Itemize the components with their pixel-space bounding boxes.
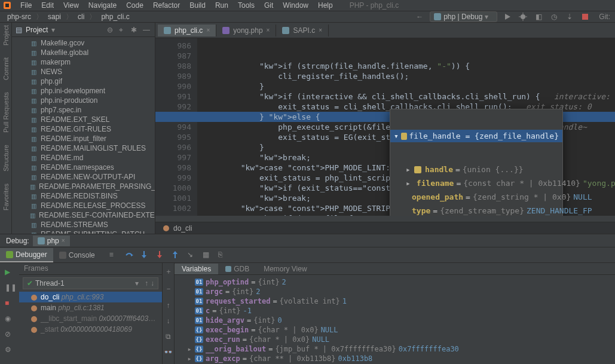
tooltip-header[interactable]: ▾ file_handle = {zend_file_handle} [390, 130, 562, 142]
variables-list[interactable]: 01 php_optind = {int} 201 argc = {int} 2… [175, 275, 615, 364]
tree-item[interactable]: ▥NEWS [30, 67, 155, 77]
back-icon[interactable]: ← [414, 11, 425, 22]
tooltip-field-row[interactable]: ▸filename = {const char * | 0xb11410} "y… [390, 176, 562, 190]
tree-item[interactable]: ▥php.ini-development [30, 86, 155, 96]
view-breakpoints-icon[interactable]: ◉ [5, 314, 14, 324]
crumb-file[interactable]: php_cli.c [99, 12, 131, 22]
tree-item[interactable]: ▥README.MAILINGLIST_RULES [30, 143, 155, 153]
crumb-1[interactable]: sapi [45, 12, 63, 22]
gdb-tab[interactable]: GDB [218, 264, 256, 274]
stack-frame[interactable]: do_cli php_cli.c:993 [19, 292, 162, 302]
tree-item[interactable]: ▥makerpm [30, 57, 155, 67]
editor-body[interactable]: 9869879889899909919929939949959969979989… [155, 38, 615, 216]
run-config-select[interactable]: php | Debug ▾ [430, 11, 497, 22]
tab-php-cli[interactable]: php_cli.c × [158, 25, 216, 36]
force-step-into-icon[interactable] [156, 250, 166, 260]
run-to-cursor-icon[interactable]: ↘ [187, 250, 197, 260]
stop-debug-icon[interactable]: ■ [5, 299, 14, 308]
stack-frame[interactable]: __libc_start_main 0x00007fff6403555 [19, 313, 162, 324]
variable-row[interactable]: 01 request_started = {volatile int} 1 [179, 296, 615, 306]
menu-file[interactable]: File [16, 0, 36, 11]
stack-frame[interactable]: _start 0x0000000000418069 [19, 324, 162, 335]
show-exec-point-icon[interactable]: ≡ [109, 250, 119, 260]
tree-item[interactable]: ▥php.gif [30, 77, 155, 86]
add-watch-icon[interactable]: ＋ [165, 267, 172, 277]
eval-expr-icon[interactable]: ▦ [203, 250, 212, 260]
stack-frame[interactable]: main php_cli.c:1381 [19, 302, 162, 313]
step-into-icon[interactable] [140, 250, 150, 260]
menu-build[interactable]: Build [185, 0, 210, 11]
pause-icon[interactable]: ❚❚ [5, 283, 14, 293]
dbg-settings-icon[interactable]: ⚙ [5, 345, 14, 355]
tree-item[interactable]: ▥README.NEW-OUTPUT-API [30, 172, 155, 182]
code-view[interactable]: "kw">if (strcmp(file_handle.filename, "-… [197, 38, 615, 216]
variable-row[interactable]: 01 php_optind = {int} 2 [179, 277, 615, 287]
tree-item[interactable]: ▥README.GIT-RULES [30, 124, 155, 134]
tooltip-field-row[interactable]: type = {zend_stream_type} ZEND_HANDLE_FP [390, 204, 562, 216]
close-icon[interactable]: × [62, 237, 65, 244]
tree-item[interactable]: ▥README.REDIST.BINS [30, 191, 155, 201]
horiz-scrollbar[interactable] [155, 216, 615, 222]
menu-run[interactable]: Run [210, 0, 233, 11]
tree-item[interactable]: ▥README.PARAMETER_PARSING_API [30, 182, 155, 191]
menu-git[interactable]: Git [259, 0, 278, 11]
tree-item[interactable]: ▥README.RELEASE_PROCESS [30, 201, 155, 210]
variable-row[interactable]: 01 hide_argv = {int} 0 [179, 316, 615, 325]
variable-row[interactable]: ▸{} __orig_bailout = {jmp_buf * | 0x7fff… [179, 344, 615, 354]
tree-item[interactable]: ▥php.ini-production [30, 96, 155, 105]
close-icon[interactable]: × [267, 27, 270, 33]
strip-pull[interactable]: Pull Requests [2, 92, 10, 133]
menu-edit[interactable]: Edit [36, 0, 59, 11]
strip-project[interactable]: Project [2, 25, 10, 45]
step-out-icon[interactable] [172, 250, 181, 260]
glasses-icon[interactable]: 👓 [164, 348, 173, 356]
trace-icon[interactable]: ⎘ [218, 250, 228, 260]
console-subtab[interactable]: Console [53, 249, 101, 262]
variable-row[interactable]: {} exec_run = {char * | 0x0} NULL [179, 335, 615, 344]
project-tree[interactable]: ▥Makefile.gcov▥Makefile.global▥makerpm▥N… [12, 37, 155, 234]
debug-icon[interactable] [518, 11, 528, 22]
copy-watch-icon[interactable]: ⧉ [166, 332, 171, 341]
tooltip-field-row[interactable]: opened_path = {zend_string * | 0x0} NULL [390, 190, 562, 204]
crumb-2[interactable]: cli [75, 12, 87, 22]
locate-icon[interactable]: ⌖ [119, 26, 127, 34]
tree-item[interactable]: ▥README.input_filter [30, 134, 155, 143]
strip-favorites[interactable]: Favorites [2, 183, 10, 210]
run-icon[interactable] [502, 11, 513, 22]
collapse-tree-icon[interactable]: ⊖ [107, 26, 115, 34]
tab-yong[interactable]: yong.php × [216, 25, 276, 36]
tree-item[interactable]: ▥php7.spec.in [30, 105, 155, 115]
tree-item[interactable]: ▥README.SUBMITTING_PATCH [30, 230, 155, 234]
profile-icon[interactable]: ◷ [549, 11, 559, 22]
variables-tab[interactable]: Variables [175, 264, 218, 274]
debug-session-tab[interactable]: php × [33, 235, 70, 246]
remove-watch-icon[interactable]: － [165, 284, 172, 294]
resume-icon[interactable]: ▶ [5, 268, 14, 277]
mute-bp-icon[interactable]: ⊘ [5, 330, 14, 339]
tree-item[interactable]: ▥README.md [30, 153, 155, 163]
tree-item[interactable]: ▥Makefile.gcov [30, 38, 155, 48]
attach-icon[interactable]: ⇣ [564, 11, 575, 22]
settings-icon[interactable]: ✱ [131, 26, 139, 34]
thread-select[interactable]: ✔ Thread-1 ▾ ↑ ↓ [23, 277, 158, 289]
tree-item[interactable]: ▥Makefile.global [30, 48, 155, 57]
menu-window[interactable]: Window [278, 0, 313, 11]
variable-row[interactable]: 01 c = {int} -1 [179, 306, 615, 316]
menu-navigate[interactable]: Navigate [84, 0, 121, 11]
strip-structure[interactable]: Structure [2, 145, 10, 172]
tree-item[interactable]: ▥README.namespaces [30, 163, 155, 172]
crumb-root[interactable]: php-src [5, 12, 33, 22]
stop-icon[interactable] [580, 11, 590, 22]
tab-sapi[interactable]: SAPI.c × [276, 25, 329, 36]
step-over-icon[interactable] [125, 250, 134, 260]
strip-commit[interactable]: Commit [2, 57, 10, 80]
variable-row[interactable]: ▸{} arg_excp = {char ** | 0xb113b8} 0xb1… [179, 354, 615, 363]
variable-row[interactable]: 01 argc = {int} 2 [179, 287, 615, 296]
menu-code[interactable]: Code [121, 0, 148, 11]
hide-panel-icon[interactable]: — [143, 26, 151, 34]
memory-view-tab[interactable]: Memory View [256, 264, 314, 274]
coverage-icon[interactable]: ◧ [533, 11, 544, 22]
tooltip-field-row[interactable]: ▸handle = {union {...}} [390, 163, 562, 176]
close-icon[interactable]: × [319, 27, 322, 33]
menu-tools[interactable]: Tools [233, 0, 259, 11]
